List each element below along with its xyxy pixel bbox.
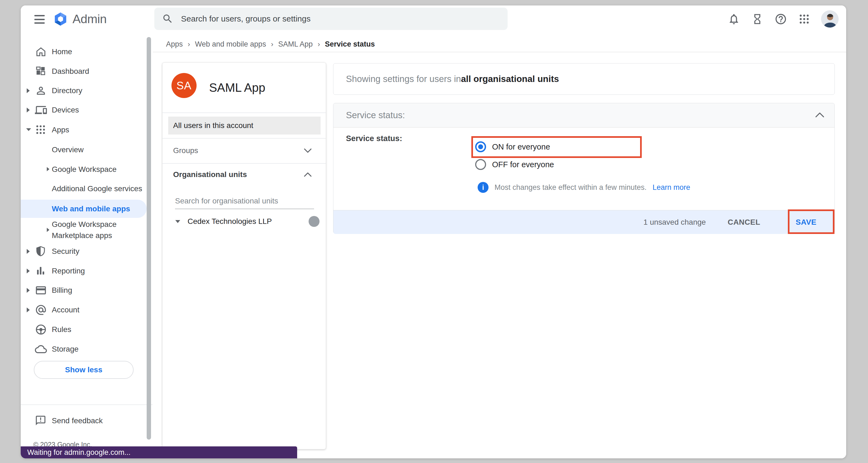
topbar: Admin Search for users, groups or settin…	[21, 5, 846, 36]
topbar-actions	[727, 5, 839, 33]
radio-option-off[interactable]: OFF for everyone	[475, 156, 554, 173]
breadcrumb-separator-icon: ›	[188, 40, 190, 48]
chevron-down-icon	[304, 148, 312, 153]
save-bar: 1 unsaved change CANCEL SAVE	[333, 210, 834, 234]
breadcrumb: Apps › Web and mobile apps › SAML App › …	[166, 37, 375, 52]
org-unit-status-dot	[309, 216, 319, 227]
expand-caret-icon[interactable]	[46, 167, 50, 172]
info-note: i Most changes take effect within a few …	[477, 181, 690, 193]
field-label: Service status:	[346, 129, 402, 147]
sidebar-item-directory[interactable]: Directory	[21, 81, 153, 100]
product-name: Admin	[72, 12, 106, 26]
save-button[interactable]: SAVE	[796, 218, 816, 227]
sidebar-item-account[interactable]: Account	[21, 300, 153, 320]
collapse-chevron-up-icon[interactable]	[815, 112, 825, 118]
breadcrumb-saml-app[interactable]: SAML App	[278, 40, 313, 48]
search-placeholder: Search for users, groups or settings	[181, 14, 311, 24]
radio-selected-icon[interactable]	[475, 141, 486, 152]
account-avatar[interactable]	[821, 10, 839, 28]
section-title: Service status:	[346, 103, 405, 127]
breadcrumb-current: Service status	[325, 40, 375, 48]
sidebar-item-reporting[interactable]: Reporting	[21, 261, 153, 281]
sidebar-scrollbar[interactable]	[147, 37, 151, 439]
browser-window: Admin Search for users, groups or settin…	[21, 5, 846, 458]
sidebar-item-rules[interactable]: Rules	[21, 320, 153, 339]
at-sign-icon	[35, 304, 47, 316]
app-scope-panel: SA SAML App All users in this account Gr…	[162, 62, 326, 450]
expand-caret-icon[interactable]	[26, 107, 30, 112]
all-users-item[interactable]: All users in this account	[168, 117, 320, 135]
scope-banner: Showing settings for users in all organi…	[333, 63, 835, 95]
sidebar: Home Dashboard	[21, 36, 153, 458]
radio-option-on[interactable]: ON for everyone	[475, 138, 550, 156]
sidebar-item-dashboard[interactable]: Dashboard	[21, 62, 153, 81]
sidebar-item-security[interactable]: Security	[21, 241, 153, 261]
sidebar-item-overview[interactable]: Overview	[21, 140, 153, 160]
steering-wheel-icon	[35, 324, 47, 335]
dashboard-icon	[35, 65, 47, 77]
sidebar-item-home[interactable]: Home	[21, 42, 153, 62]
sidebar-item-storage[interactable]: Storage	[21, 339, 153, 359]
unsaved-changes-text: 1 unsaved change	[643, 218, 706, 227]
person-icon	[35, 85, 47, 97]
pending-tasks-icon[interactable]	[751, 12, 764, 26]
breadcrumb-separator-icon: ›	[318, 40, 320, 48]
info-icon: i	[477, 182, 489, 193]
notifications-icon[interactable]	[727, 12, 740, 26]
breadcrumb-separator-icon: ›	[271, 40, 273, 48]
groups-section-toggle[interactable]: Groups	[162, 138, 326, 163]
sidebar-item-billing[interactable]: Billing	[21, 280, 153, 300]
feedback-icon	[35, 415, 47, 427]
expand-caret-icon[interactable]	[46, 228, 50, 233]
org-units-section-toggle[interactable]: Organisational units	[162, 163, 326, 186]
search-icon	[162, 13, 174, 25]
sidebar-item-google-workspace[interactable]: Google Workspace	[21, 160, 153, 179]
sidebar-item-additional-google-services[interactable]: Additional Google services	[21, 179, 153, 199]
sidebar-item-gw-marketplace-apps[interactable]: Google Workspace Marketplace apps	[21, 215, 153, 245]
tree-caret-down-icon[interactable]	[175, 220, 181, 223]
divider	[162, 112, 326, 113]
app-title: SAML App	[209, 63, 265, 112]
send-feedback-item[interactable]: Send feedback	[21, 411, 153, 431]
admin-hexagon-icon	[53, 11, 68, 27]
help-icon[interactable]	[774, 12, 787, 26]
breadcrumb-web-and-mobile-apps[interactable]: Web and mobile apps	[195, 40, 266, 48]
org-unit-tree-item[interactable]: Cedex Technologies LLP	[175, 212, 272, 230]
shield-icon	[35, 245, 47, 257]
cloud-icon	[35, 343, 47, 355]
google-apps-grid-icon[interactable]	[798, 12, 811, 26]
sidebar-item-apps[interactable]: Apps	[21, 120, 153, 140]
sidebar-divider	[21, 404, 153, 405]
show-less-button[interactable]: Show less	[34, 361, 133, 379]
admin-logo: Admin	[53, 5, 106, 33]
devices-icon	[35, 104, 47, 116]
expand-caret-icon[interactable]	[26, 249, 30, 254]
expand-caret-icon[interactable]	[26, 307, 30, 312]
expand-caret-icon[interactable]	[26, 88, 30, 93]
radio-unselected-icon[interactable]	[475, 159, 486, 170]
breadcrumb-divider	[153, 52, 846, 52]
home-icon	[35, 46, 47, 58]
org-unit-search-input[interactable]: Search for organisational units	[175, 193, 278, 209]
service-status-card: Service status: Service status: ON for e…	[333, 103, 835, 234]
chevron-up-icon	[304, 172, 312, 177]
credit-card-icon	[35, 284, 47, 296]
search-input[interactable]: Search for users, groups or settings	[154, 8, 507, 30]
search-underline	[175, 209, 314, 209]
collapse-caret-icon[interactable]	[26, 128, 30, 132]
learn-more-link[interactable]: Learn more	[653, 183, 690, 192]
cancel-button[interactable]: CANCEL	[727, 218, 760, 227]
sidebar-item-devices[interactable]: Devices	[21, 100, 153, 120]
main-content: Apps › Web and mobile apps › SAML App › …	[153, 36, 846, 458]
bar-chart-icon	[35, 265, 47, 277]
browser-status-bar: Waiting for admin.google.com...	[21, 447, 297, 458]
service-status-header[interactable]: Service status:	[333, 103, 834, 128]
expand-caret-icon[interactable]	[26, 269, 30, 273]
app-avatar: SA	[172, 73, 196, 98]
breadcrumb-apps[interactable]: Apps	[166, 40, 183, 48]
menu-icon[interactable]	[34, 15, 45, 24]
expand-caret-icon[interactable]	[26, 288, 30, 293]
apps-icon	[35, 124, 47, 136]
